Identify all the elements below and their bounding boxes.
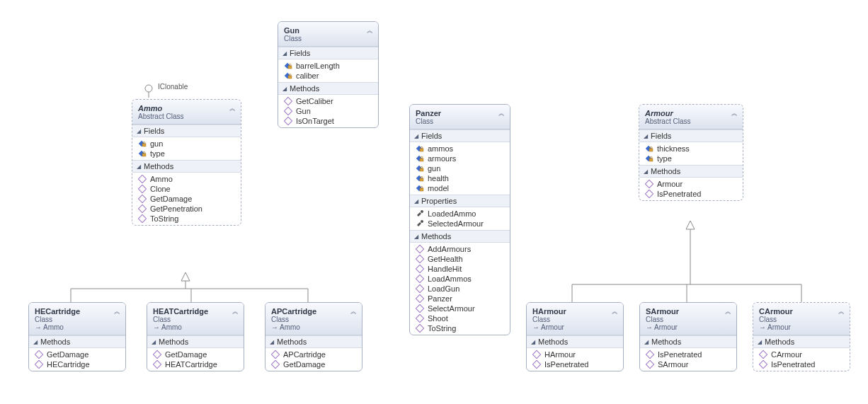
member-row[interactable]: LoadGun	[413, 284, 507, 294]
member-row[interactable]: barrelLength	[281, 61, 375, 71]
member-row[interactable]: AddArmours	[413, 244, 507, 254]
member-row[interactable]: IsPenetrated	[643, 350, 733, 359]
svg-rect-17	[142, 154, 146, 156]
chevron-up-icon[interactable]: ︽	[730, 109, 738, 117]
member-name: APCartridge	[283, 350, 326, 359]
member-row[interactable]: Shoot	[413, 313, 507, 323]
caret-icon: ◢	[414, 233, 418, 240]
member-row[interactable]: IsPenetrated	[756, 359, 847, 369]
section-methods[interactable]: ◢Methods	[132, 160, 241, 173]
member-row[interactable]: HECartridge	[32, 359, 122, 369]
member-row[interactable]: GetCaliber	[281, 96, 375, 106]
section-fields[interactable]: ◢Fields	[132, 125, 241, 137]
member-row[interactable]: SelectArmour	[413, 304, 507, 313]
class-ammo[interactable]: Ammo Abstract Class ︽ ◢Fields guntype ◢M…	[132, 99, 241, 226]
member-row[interactable]: GetDamage	[32, 350, 122, 359]
class-hecartridge[interactable]: HECartridgeClass→Ammo︽◢MethodsGetDamageH…	[28, 302, 126, 371]
member-row[interactable]: Armour	[642, 179, 740, 189]
member-name: LoadAmmos	[428, 275, 472, 283]
member-row[interactable]: GetPenetration	[135, 204, 238, 214]
section-methods[interactable]: ◢Methods	[278, 82, 378, 95]
class-heatcartridge[interactable]: HEATCartridgeClass→Ammo︽◢MethodsGetDamag…	[147, 302, 244, 371]
member-row[interactable]: ammos	[413, 144, 507, 154]
method-icon	[153, 350, 161, 359]
member-row[interactable]: type	[135, 149, 238, 158]
member-row[interactable]: Ammo	[135, 174, 238, 184]
class-apcartridge[interactable]: APCartridgeClass→Ammo︽◢MethodsAPCartridg…	[265, 302, 362, 371]
svg-rect-15	[142, 144, 146, 146]
section-properties[interactable]: ◢Properties	[410, 195, 510, 207]
section-methods[interactable]: ◢Methods	[639, 165, 743, 178]
member-row[interactable]: ToString	[135, 214, 238, 224]
member-row[interactable]: gun	[413, 163, 507, 173]
member-row[interactable]: type	[642, 154, 740, 163]
chevron-up-icon[interactable]: ︽	[349, 307, 358, 316]
svg-rect-64	[532, 360, 540, 368]
class-carmour[interactable]: CArmourClass→Armour︽◢MethodsCArmourIsPen…	[753, 302, 850, 371]
member-row[interactable]: model	[413, 183, 507, 193]
svg-rect-56	[645, 190, 653, 197]
chevron-up-icon[interactable]: ︽	[497, 109, 506, 117]
member-row[interactable]: HEATCartridge	[150, 359, 241, 369]
chevron-up-icon[interactable]: ︽	[610, 307, 619, 316]
member-row[interactable]: IsPenetrated	[530, 359, 620, 369]
member-row[interactable]: thickness	[642, 144, 740, 154]
header: HArmourClass→Armour︽	[527, 303, 623, 335]
member-name: Shoot	[428, 314, 448, 323]
section-fields[interactable]: ◢Fields	[278, 47, 378, 59]
svg-rect-61	[271, 350, 279, 358]
field-icon	[138, 139, 147, 148]
field-icon	[416, 174, 424, 183]
member-row[interactable]: CArmour	[756, 350, 847, 359]
class-gun[interactable]: Gun Class ︽ ◢Fields barrelLengthcaliber …	[278, 21, 379, 128]
member-row[interactable]: HArmour	[530, 350, 620, 359]
chevron-up-icon[interactable]: ︽	[365, 26, 374, 35]
member-name: GetDamage	[283, 360, 325, 369]
member-row[interactable]: health	[413, 173, 507, 183]
section-methods[interactable]: ◢Methods	[147, 335, 244, 348]
class-harmour[interactable]: HArmourClass→Armour︽◢MethodsHArmourIsPen…	[526, 302, 624, 371]
class-sarmour[interactable]: SArmourClass→Armour︽◢MethodsIsPenetrated…	[639, 302, 737, 371]
section-methods[interactable]: ◢Methods	[410, 230, 510, 243]
member-row[interactable]: Clone	[135, 184, 238, 194]
member-row[interactable]: SelectedArmour	[413, 219, 507, 229]
member-row[interactable]: GetDamage	[150, 350, 241, 359]
member-row[interactable]: caliber	[281, 71, 375, 81]
chevron-up-icon[interactable]: ︽	[113, 307, 121, 316]
section-methods[interactable]: ◢Methods	[265, 335, 362, 348]
member-row[interactable]: Panzer	[413, 294, 507, 304]
chevron-up-icon[interactable]: ︽	[228, 104, 236, 112]
member-row[interactable]: GetDamage	[135, 194, 238, 204]
class-armour[interactable]: Armour Abstract Class ︽ ◢Fields thicknes…	[639, 104, 743, 201]
method-icon	[759, 360, 767, 369]
member-row[interactable]: IsOnTarget	[281, 116, 375, 126]
member-row[interactable]: GetDamage	[268, 359, 359, 369]
member-row[interactable]: LoadAmmos	[413, 274, 507, 284]
section-methods[interactable]: ◢Methods	[29, 335, 125, 348]
member-row[interactable]: Gun	[281, 106, 375, 116]
member-row[interactable]: IsPenetrated	[642, 189, 740, 199]
chevron-up-icon[interactable]: ︽	[231, 307, 239, 316]
method-icon	[416, 314, 424, 323]
methods-list: CArmourIsPenetrated	[753, 348, 850, 371]
member-name: GetCaliber	[296, 97, 333, 105]
section-fields[interactable]: ◢Fields	[410, 129, 510, 142]
methods-list: IsPenetratedSArmour	[640, 348, 736, 371]
chevron-up-icon[interactable]: ︽	[837, 307, 845, 316]
class-panzer[interactable]: Panzer Class ︽ ◢Fields ammosarmoursgunhe…	[409, 104, 510, 335]
member-row[interactable]: LoadedAmmo	[413, 209, 507, 219]
member-row[interactable]: ToString	[413, 323, 507, 333]
member-row[interactable]: HandleHit	[413, 264, 507, 274]
section-methods[interactable]: ◢Methods	[753, 335, 850, 348]
member-row[interactable]: SArmour	[643, 359, 733, 369]
chevron-up-icon[interactable]: ︽	[724, 307, 732, 316]
member-row[interactable]: armours	[413, 154, 507, 163]
section-fields[interactable]: ◢Fields	[639, 129, 743, 142]
member-row[interactable]: GetHealth	[413, 254, 507, 264]
section-methods[interactable]: ◢Methods	[640, 335, 736, 348]
member-row[interactable]: APCartridge	[268, 350, 359, 359]
section-methods[interactable]: ◢Methods	[527, 335, 623, 348]
method-icon	[532, 350, 541, 359]
member-name: Gun	[296, 107, 311, 115]
member-row[interactable]: gun	[135, 139, 238, 149]
